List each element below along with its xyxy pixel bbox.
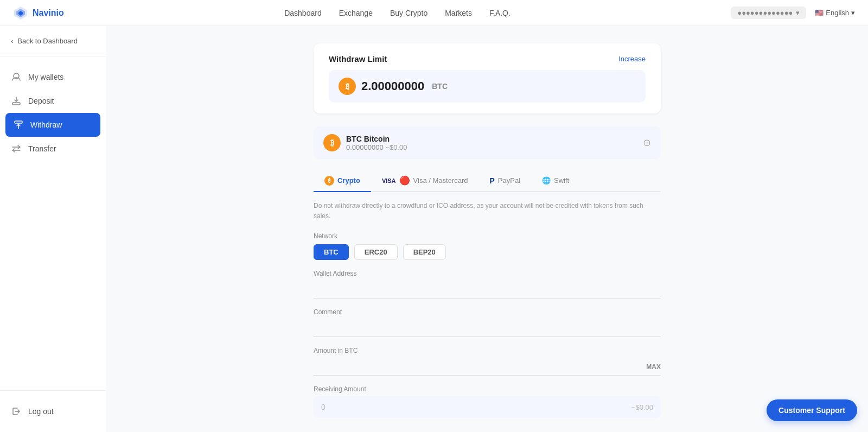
comment-section: Comment [314,308,661,337]
sidebar: ‹ Back to Dashboard My wallets Deposit [0,26,106,432]
max-button[interactable]: MAX [646,363,661,371]
sidebar-label-withdraw: Withdraw [30,120,62,129]
sidebar-nav: My wallets Deposit Withdraw Transfer [0,56,106,390]
sidebar-item-deposit[interactable]: Deposit [0,89,106,113]
btc-selector-icon: ₿ [323,134,341,151]
tab-crypto-label: Crypto [337,176,360,185]
network-section: Network BTC ERC20 BEP20 [314,232,661,260]
withdraw-limit-currency: BTC [432,82,448,91]
withdraw-icon [13,119,24,130]
account-selector[interactable]: ●●●●●●●●●●●●● ▾ [731,7,806,19]
language-selector[interactable]: 🇺🇸 English ▾ [815,9,855,17]
tab-crypto[interactable]: ₿ Crypto [314,170,371,192]
warning-text: Do not withdraw directly to a crowdfund … [314,202,643,220]
receiving-section: Receiving Amount 0 ~$0.00 [314,385,661,418]
mc-tab-icon: 🔴 [399,175,410,186]
withdraw-limit-amount-row: ₿ 2.00000000 BTC [329,70,646,103]
topnav: Navinio Dashboard Exchange Buy Crypto Ma… [0,0,868,26]
flag-icon: 🇺🇸 [815,9,824,17]
account-chevron: ▾ [796,9,800,17]
sidebar-item-my-wallets[interactable]: My wallets [0,65,106,89]
back-icon: ‹ [11,37,13,45]
tab-paypal[interactable]: P PayPal [479,170,532,192]
btc-selector[interactable]: ₿ BTC Bitcoin 0.00000000 ~$0.00 ⊙ [314,126,661,159]
tab-swift[interactable]: 🌐 Swift [531,170,580,192]
amount-label: Amount in BTC [314,347,661,354]
comment-label: Comment [314,308,661,316]
btc-limit-icon: ₿ [339,78,356,95]
topnav-right: ●●●●●●●●●●●●● ▾ 🇺🇸 English ▾ [731,7,855,19]
network-btc[interactable]: BTC [314,244,349,260]
withdraw-limit-box: Withdraw Limit Increase ₿ 2.00000000 BTC [314,43,661,113]
swift-tab-icon: 🌐 [542,176,551,185]
wallet-icon [11,72,22,82]
sidebar-label-my-wallets: My wallets [28,73,63,81]
withdraw-warning: Do not withdraw directly to a crowdfund … [314,201,661,221]
withdraw-tabs: ₿ Crypto VISA 🔴 Visa / Mastercard P PayP… [314,170,661,192]
nav-markets[interactable]: Markets [445,9,472,17]
tab-swift-label: Swift [554,176,569,185]
back-label: Back to Dashboard [17,37,78,45]
btc-selector-balance: 0.00000000 ~$0.00 [346,143,407,151]
tab-paypal-label: PayPal [498,176,520,185]
tab-visa[interactable]: VISA 🔴 Visa / Mastercard [371,170,479,192]
sidebar-label-deposit: Deposit [28,97,54,105]
wallet-address-input[interactable] [314,281,661,298]
account-placeholder: ●●●●●●●●●●●●● [737,9,793,17]
visa-tab-icon: VISA [382,177,396,184]
wallet-address-section: Wallet Address [314,270,661,298]
main-content: Withdraw Limit Increase ₿ 2.00000000 BTC… [106,26,868,432]
amount-section: Amount in BTC MAX [314,347,661,376]
language-label: English [826,9,849,17]
logo[interactable]: Navinio [13,5,64,21]
sidebar-item-logout[interactable]: Log out [0,399,106,423]
comment-input[interactable] [314,319,661,337]
btc-selector-chevron: ⊙ [643,137,651,149]
crypto-tab-icon: ₿ [324,176,334,186]
network-erc20[interactable]: ERC20 [354,244,398,260]
logout-icon [11,406,22,417]
sidebar-label-logout: Log out [28,407,54,416]
sidebar-label-transfer: Transfer [28,144,56,153]
back-to-dashboard[interactable]: ‹ Back to Dashboard [0,26,106,56]
svg-rect-5 [15,121,22,123]
network-label: Network [314,232,661,240]
nav-buy-crypto[interactable]: Buy Crypto [390,9,427,17]
withdraw-limit-title: Withdraw Limit [329,54,387,63]
nav-exchange[interactable]: Exchange [339,9,373,17]
sidebar-item-transfer[interactable]: Transfer [0,137,106,161]
withdraw-form: Network BTC ERC20 BEP20 Wallet Address C… [314,232,661,432]
receiving-amount-usd: ~$0.00 [631,403,653,411]
receiving-amount-value: 0 [321,403,326,411]
paypal-tab-icon: P [490,176,495,185]
sidebar-bottom: Log out [0,390,106,432]
nav-dashboard[interactable]: Dashboard [284,9,322,17]
amount-input-wrapper: MAX [314,358,661,376]
nav-links: Dashboard Exchange Buy Crypto Markets F.… [284,9,510,17]
nav-faq[interactable]: F.A.Q. [489,9,510,17]
customer-support-button[interactable]: Customer Support [767,399,857,421]
receiving-amount-row: 0 ~$0.00 [314,396,661,418]
withdraw-limit-amount: 2.00000000 [361,79,424,93]
tab-visa-label: Visa / Mastercard [413,176,468,185]
svg-rect-4 [12,103,20,105]
transfer-icon [11,143,22,154]
sidebar-item-withdraw[interactable]: Withdraw [5,113,100,137]
amount-input[interactable] [314,358,661,376]
btc-selector-name: BTC Bitcoin [346,135,407,143]
btc-selector-info: BTC Bitcoin 0.00000000 ~$0.00 [346,135,407,151]
network-bep20[interactable]: BEP20 [403,244,446,260]
wallet-address-label: Wallet Address [314,270,661,277]
network-buttons: BTC ERC20 BEP20 [314,244,661,260]
app-name: Navinio [33,8,64,18]
withdraw-limit-header: Withdraw Limit Increase [329,54,646,63]
lang-chevron: ▾ [851,9,855,17]
btc-selector-left: ₿ BTC Bitcoin 0.00000000 ~$0.00 [323,134,407,151]
receiving-label: Receiving Amount [314,385,661,393]
increase-button[interactable]: Increase [618,55,646,63]
deposit-icon [11,96,22,106]
